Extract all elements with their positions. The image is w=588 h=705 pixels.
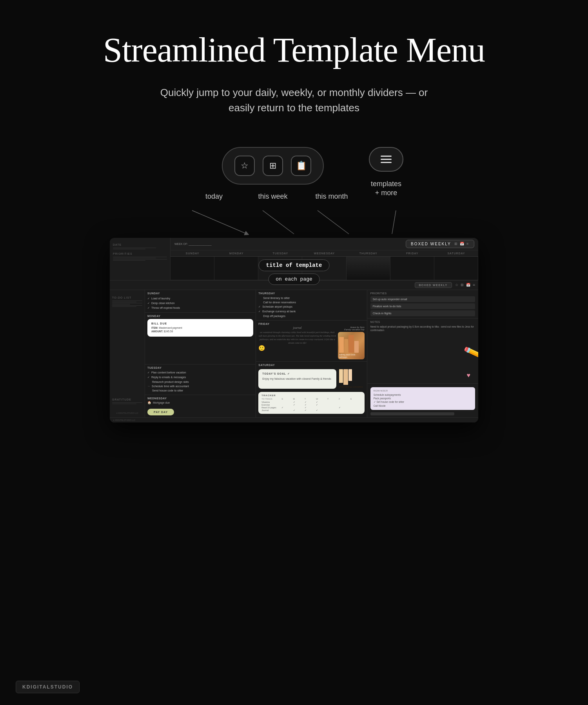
gratitude-lines [112, 402, 142, 404]
tr1-label: Vitamins [261, 401, 281, 403]
day-sat: SATURDAY [434, 250, 478, 256]
th-label: TO TRACK [261, 398, 281, 400]
star-icon: ☆ [241, 161, 249, 171]
t-line-3 [112, 303, 142, 303]
cal-cell-6 [390, 257, 434, 280]
boxed-weekly-label: BOXED WEEKLY ⊞ 📅 ≡ [406, 240, 474, 248]
studio-label: KDIGITALSTUDIO [16, 681, 80, 693]
reminder-4: Call Nicole [374, 404, 472, 408]
day-tue: TUESDAY [258, 250, 302, 256]
subtitle: Quickly jump to your daily, weekly, or m… [147, 85, 441, 116]
friday-section: FRIDAY journal we wandered through charm… [256, 321, 367, 362]
priorities-lines-top [113, 257, 167, 261]
todo-list-label: TO-DO LIST [112, 296, 142, 299]
p2b-1 [339, 369, 343, 383]
week-icon-box[interactable]: ⊞ [263, 156, 283, 176]
friday-journal: journal we wandered through charming cob… [258, 326, 336, 359]
date-line-1 [113, 248, 156, 248]
t-line-4 [112, 304, 130, 304]
day-thu: THURSDAY [347, 250, 390, 256]
goal-text: Enjoy my fabulous vacation with closest … [262, 377, 332, 381]
tr1-c6 [339, 401, 350, 403]
tr2-label: Exercise [261, 404, 281, 406]
tracker-header-row: TO TRACK S M T W T F S [261, 398, 361, 400]
friday-content: journal we wandered through charming cob… [258, 326, 364, 359]
title-of-template-pill: title of template [259, 259, 330, 271]
saturday-photo-area: pretty buildings everywhere [338, 368, 365, 390]
tr2-c6 [339, 404, 350, 406]
tr4-c3: ✓ [305, 409, 316, 411]
bldg-1 [339, 337, 344, 353]
reminder-card-title: REMINDER [374, 390, 472, 392]
tr2-c3: ✓ [305, 404, 316, 406]
cal-icon-header: 📅 [466, 283, 470, 287]
priorities-label-top: PRIORITIES [113, 252, 167, 255]
templates-pill[interactable] [369, 147, 403, 172]
tr4-c4: ✓ [316, 409, 327, 411]
bill-amount-label: AMOUNT: [151, 330, 163, 333]
cal-cell-2 [214, 257, 258, 280]
today-label: today [189, 192, 240, 201]
monday-header: MONDAY [147, 315, 253, 317]
week-header: WEEK OF: _______________ BOXED WEEKLY ⊞ … [171, 238, 478, 250]
thursday-section: THURSDAY Send itinerary to sitter Call f… [256, 290, 367, 321]
todays-goal-card: TODAY'S GOAL ✓ Enjoy my fabulous vacatio… [258, 369, 336, 389]
bldg-2 [344, 339, 348, 353]
tr1-c2: ✓ [293, 401, 304, 403]
th-t1: T [305, 398, 316, 400]
t-line-5 [112, 305, 142, 306]
vacation-note: leave by 2pmFamily vacation trip [338, 326, 365, 331]
task-tue-4: → Schedule time with accountant [147, 384, 253, 388]
tracker-card: TRACKER TO TRACK S M T W T F S [258, 392, 364, 414]
logo-small-1: ✦ KDIGITALSTUDIO LLC [112, 412, 142, 414]
this-month-label: this month [306, 192, 357, 201]
priority-1: Set up auto responder email [370, 296, 475, 302]
task-sun-1-text: Load of laundry [151, 297, 170, 300]
goal-title: TODAY'S GOAL ✓ [262, 372, 332, 375]
left-sidebar-top: DATE PRIORITIES [110, 238, 171, 280]
cal-cell-1 [171, 257, 214, 280]
notes-section: NOTES Need to adjust product packaging b… [367, 319, 478, 384]
todo-lines [112, 301, 142, 307]
p-line-4 [113, 260, 145, 261]
tr4-c6 [339, 409, 350, 411]
friday-header: FRIDAY [258, 323, 364, 325]
today-icon-box[interactable]: ☆ [234, 156, 255, 176]
arrow-icon-1: → [147, 385, 150, 388]
svg-line-1 [263, 210, 294, 234]
menu-icon [381, 156, 392, 163]
tracker-row-3: Read 15 pages ✓ ✓ ✓ [261, 406, 361, 409]
tr3-c1: ✓ [281, 406, 292, 409]
saturday-header: SATURDAY [258, 364, 364, 366]
grid-icon-small: ⊞ [454, 242, 458, 246]
tr2-c7 [350, 404, 361, 406]
bottom-logo-text: ✦ KDIGITALSTUDIO LLC [113, 419, 475, 421]
task-sun-3: ✓ Throw off expired foods [147, 306, 253, 310]
tr1-c5 [327, 401, 338, 403]
tr1-c4: ✓ [316, 401, 327, 403]
month-icon-box[interactable]: 📋 [291, 156, 311, 176]
check-sun-1: ✓ [147, 297, 150, 300]
week-of-text: WEEK OF: _______________ [174, 243, 212, 245]
header-icons: ⊞ 📅 ≡ [454, 242, 469, 246]
g-line-2 [112, 404, 136, 404]
day-mon: MONDAY [214, 250, 258, 256]
tracker-title: TRACKER [261, 394, 361, 397]
wednesday-section: WEDNESDAY 🏠 Mortgage due PAY DAY [145, 395, 256, 417]
notes-text: Need to adjust product packaging by 0.5c… [370, 325, 475, 332]
task-tue-1: ✓ Plan content before vacation [147, 370, 253, 375]
photo-2: pretty buildings everywhere [338, 368, 365, 389]
p2b-2 [343, 369, 348, 385]
tr2-c1 [281, 404, 292, 406]
t-line-1 [112, 301, 142, 301]
arrows-svg [141, 208, 447, 240]
tr3-label: Read 15 pages [261, 406, 281, 409]
task-thu-1: Send itinerary to sitter [258, 296, 364, 300]
payday-button[interactable]: PAY DAY [147, 409, 174, 415]
reminder-card: REMINDER Schedule autopayments Pack pass… [370, 387, 475, 410]
tracker-row-1: Vitamins ✓ ✓ ✓ [261, 401, 361, 403]
tr1-c1 [281, 401, 292, 403]
input-line [370, 412, 454, 415]
task-thu-4: ✓ Exchange currency at bank [258, 309, 364, 314]
th-m: M [293, 398, 304, 400]
